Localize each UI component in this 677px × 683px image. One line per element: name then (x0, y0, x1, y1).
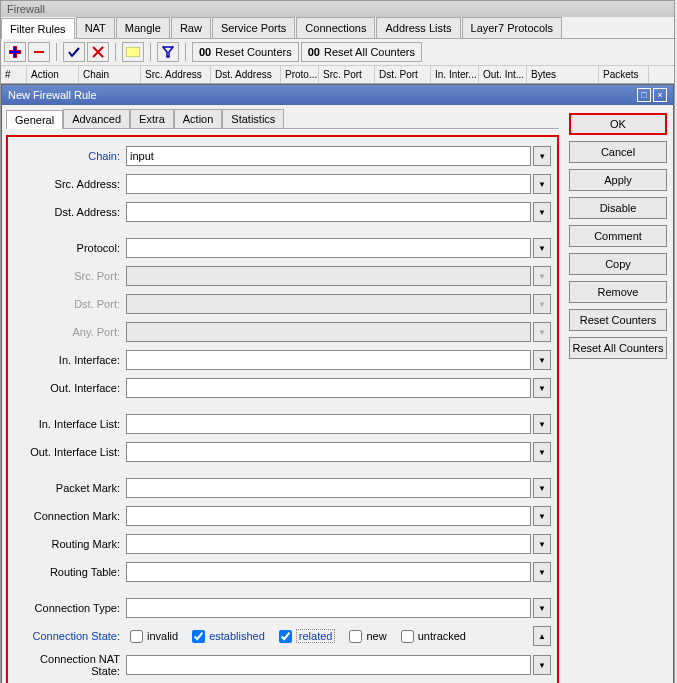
grid-col-header[interactable]: Proto... (281, 66, 319, 83)
dropdown-connection-nat-state[interactable] (533, 655, 551, 675)
apply-button[interactable]: Apply (569, 169, 667, 191)
checkbox-related[interactable] (279, 630, 292, 643)
input-dst-port (126, 294, 531, 314)
dialog-tabs: GeneralAdvancedExtraActionStatistics (6, 109, 559, 129)
separator (150, 43, 151, 61)
remove-button[interactable]: Remove (569, 281, 667, 303)
dialog-tab-general[interactable]: General (6, 110, 63, 129)
input-connection-type[interactable] (126, 598, 531, 618)
chk-established: established (192, 630, 265, 643)
grid-col-header[interactable]: # (1, 66, 27, 83)
dropdown-routing-table[interactable] (533, 562, 551, 582)
grid-col-header[interactable]: Chain (79, 66, 141, 83)
row-in-interface: In. Interface: (14, 349, 551, 371)
dropdown-connection-state[interactable] (533, 626, 551, 646)
input-routing-table[interactable] (126, 562, 531, 582)
chk-related: related (279, 629, 336, 643)
separator (56, 43, 57, 61)
dropdown-routing-mark[interactable] (533, 534, 551, 554)
row-routing-mark: Routing Mark: (14, 533, 551, 555)
grid-col-header[interactable]: In. Inter... (431, 66, 479, 83)
main-tab-connections[interactable]: Connections (296, 17, 375, 38)
comment-button[interactable] (122, 42, 144, 62)
checkbox-untracked[interactable] (401, 630, 414, 643)
input-out-interface-list[interactable] (126, 442, 531, 462)
label-in-interface: In. Interface: (14, 354, 126, 366)
input-in-interface[interactable] (126, 350, 531, 370)
input-connection-nat-state[interactable] (126, 655, 531, 675)
grid-col-header[interactable]: Dst. Address (211, 66, 281, 83)
input-chain[interactable] (126, 146, 531, 166)
dialog-tab-extra[interactable]: Extra (130, 109, 174, 128)
input-packet-mark[interactable] (126, 478, 531, 498)
add-button[interactable] (4, 42, 26, 62)
enable-button[interactable] (63, 42, 85, 62)
checkbox-label-related: related (296, 629, 336, 643)
dropdown-in-interface-list[interactable] (533, 414, 551, 434)
dropdown-dst-address[interactable] (533, 202, 551, 222)
checkbox-invalid[interactable] (130, 630, 143, 643)
label-src-address: Src. Address: (14, 178, 126, 190)
dialog-title: New Firewall Rule (8, 89, 97, 101)
ok-button[interactable]: OK (569, 113, 667, 135)
input-protocol[interactable] (126, 238, 531, 258)
input-routing-mark[interactable] (126, 534, 531, 554)
dropdown-src-address[interactable] (533, 174, 551, 194)
input-dst-address[interactable] (126, 202, 531, 222)
checkbox-established[interactable] (192, 630, 205, 643)
disable-button[interactable]: Disable (569, 197, 667, 219)
dialog-tab-action[interactable]: Action (174, 109, 223, 128)
dialog-tab-statistics[interactable]: Statistics (222, 109, 284, 128)
grid-col-header[interactable]: Src. Address (141, 66, 211, 83)
grid-col-header[interactable]: Out. Int... (479, 66, 527, 83)
main-tab-filter-rules[interactable]: Filter Rules (1, 18, 75, 39)
dropdown-out-interface[interactable] (533, 378, 551, 398)
input-out-interface[interactable] (126, 378, 531, 398)
dropdown-protocol[interactable] (533, 238, 551, 258)
reset-counters-button[interactable]: Reset Counters (569, 309, 667, 331)
main-tab-nat[interactable]: NAT (76, 17, 115, 38)
copy-button[interactable]: Copy (569, 253, 667, 275)
reset-all-counters-button[interactable]: 00Reset All Counters (301, 42, 422, 62)
reset-counters-button[interactable]: 00Reset Counters (192, 42, 299, 62)
main-tab-raw[interactable]: Raw (171, 17, 211, 38)
dropdown-out-interface-list[interactable] (533, 442, 551, 462)
new-firewall-rule-dialog: New Firewall Rule □ × GeneralAdvancedExt… (1, 84, 674, 683)
label-src-port: Src. Port: (14, 270, 126, 282)
label-out-interface: Out. Interface: (14, 382, 126, 394)
grid-col-header[interactable]: Dst. Port (375, 66, 431, 83)
grid-col-header[interactable]: Packets (599, 66, 649, 83)
grid-col-header[interactable]: Src. Port (319, 66, 375, 83)
dropdown-connection-type[interactable] (533, 598, 551, 618)
window-title: Firewall (7, 3, 45, 15)
checkbox-label-new: new (366, 630, 386, 642)
row-in-interface-list: In. Interface List: (14, 413, 551, 435)
dialog-close-button[interactable]: × (653, 88, 667, 102)
checkbox-label-established: established (209, 630, 265, 642)
input-src-address[interactable] (126, 174, 531, 194)
filter-button[interactable] (157, 42, 179, 62)
dropdown-chain[interactable] (533, 146, 551, 166)
grid-col-header[interactable]: Action (27, 66, 79, 83)
checkbox-new[interactable] (349, 630, 362, 643)
dialog-restore-button[interactable]: □ (637, 88, 651, 102)
cancel-button[interactable]: Cancel (569, 141, 667, 163)
dropdown-in-interface[interactable] (533, 350, 551, 370)
disable-button[interactable] (87, 42, 109, 62)
row-packet-mark: Packet Mark: (14, 477, 551, 499)
input-in-interface-list[interactable] (126, 414, 531, 434)
dialog-tab-advanced[interactable]: Advanced (63, 109, 130, 128)
main-tab-address-lists[interactable]: Address Lists (376, 17, 460, 38)
main-tab-service-ports[interactable]: Service Ports (212, 17, 295, 38)
grid-col-header[interactable]: Bytes (527, 66, 599, 83)
remove-button[interactable] (28, 42, 50, 62)
reset-all-counters-button[interactable]: Reset All Counters (569, 337, 667, 359)
dropdown-packet-mark[interactable] (533, 478, 551, 498)
main-tab-layer7-protocols[interactable]: Layer7 Protocols (462, 17, 563, 38)
row-dst-port: Dst. Port: (14, 293, 551, 315)
label-packet-mark: Packet Mark: (14, 482, 126, 494)
comment-button[interactable]: Comment (569, 225, 667, 247)
input-connection-mark[interactable] (126, 506, 531, 526)
main-tab-mangle[interactable]: Mangle (116, 17, 170, 38)
dropdown-connection-mark[interactable] (533, 506, 551, 526)
